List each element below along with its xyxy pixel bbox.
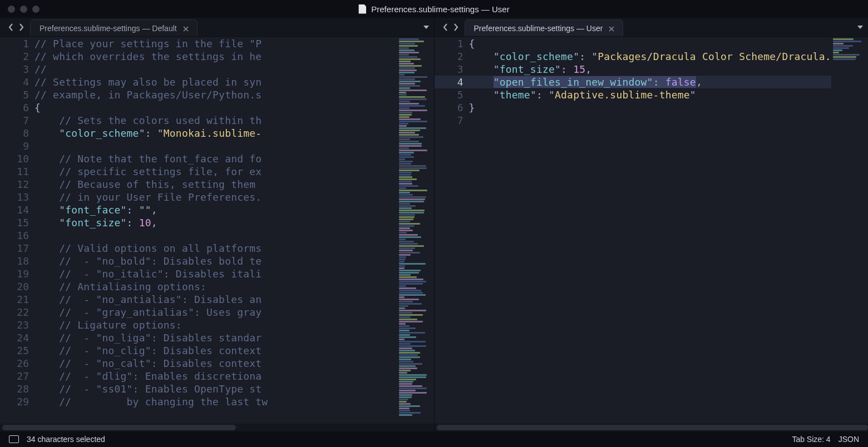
tab-label: Preferences.sublime-settings — User xyxy=(474,24,603,33)
statusbar: 34 characters selected Tab Size: 4 JSON xyxy=(0,431,868,447)
nav-right-icon[interactable] xyxy=(17,23,26,32)
nav-left-icon[interactable] xyxy=(7,23,16,32)
window-title-text: Preferences.sublime-settings — User xyxy=(371,4,509,14)
line-gutter: 1234567 xyxy=(435,37,469,424)
tab-label: Preferences.sublime-settings — Default xyxy=(40,24,177,33)
tab-user-settings[interactable]: Preferences.sublime-settings — User xyxy=(465,19,624,36)
pane-left: Preferences.sublime-settings — Default 1… xyxy=(0,18,435,431)
traffic-lights xyxy=(0,6,40,13)
close-icon[interactable] xyxy=(183,25,189,32)
tab-nav-arrows xyxy=(437,18,465,36)
scrollbar-thumb[interactable] xyxy=(2,425,236,430)
nav-right-icon[interactable] xyxy=(451,23,460,32)
scrollbar-thumb[interactable] xyxy=(437,425,869,430)
status-syntax[interactable]: JSON xyxy=(839,435,859,444)
minimize-window-button[interactable] xyxy=(20,6,27,13)
document-icon xyxy=(358,4,366,14)
split-workspace: Preferences.sublime-settings — Default 1… xyxy=(0,18,868,431)
tab-dropdown-button[interactable] xyxy=(852,18,868,36)
status-selection: 34 characters selected xyxy=(27,435,105,444)
close-icon[interactable] xyxy=(608,25,615,32)
panel-toggle-icon[interactable] xyxy=(9,435,19,443)
horizontal-scrollbar-left[interactable] xyxy=(0,424,434,431)
tab-dropdown-button[interactable] xyxy=(418,18,434,36)
tabbar-left: Preferences.sublime-settings — Default xyxy=(0,18,434,37)
pane-right: Preferences.sublime-settings — User 1234… xyxy=(435,18,869,431)
code-content[interactable]: // Place your settings in the file "P// … xyxy=(34,37,397,424)
nav-left-icon[interactable] xyxy=(441,23,450,32)
tabbar-right: Preferences.sublime-settings — User xyxy=(435,18,869,37)
line-gutter: 1234567891011121314151617181920212223242… xyxy=(0,37,34,424)
editor-left[interactable]: 1234567891011121314151617181920212223242… xyxy=(0,37,434,424)
vertical-scrollbar[interactable] xyxy=(428,37,434,424)
code-content[interactable]: { "color_scheme": "Packages/Dracula Colo… xyxy=(469,37,832,424)
close-window-button[interactable] xyxy=(8,6,15,13)
status-tab-size[interactable]: Tab Size: 4 xyxy=(792,435,830,444)
maximize-window-button[interactable] xyxy=(32,6,40,13)
window-title: Preferences.sublime-settings — User xyxy=(358,4,509,14)
horizontal-scrollbar-right[interactable] xyxy=(435,424,869,431)
minimap[interactable] xyxy=(831,37,862,424)
window-titlebar: Preferences.sublime-settings — User xyxy=(0,0,868,18)
tab-default-settings[interactable]: Preferences.sublime-settings — Default xyxy=(30,19,198,36)
editor-right[interactable]: 1234567 { "color_scheme": "Packages/Drac… xyxy=(435,37,869,424)
minimap[interactable] xyxy=(397,37,428,424)
tab-nav-arrows xyxy=(2,18,30,36)
vertical-scrollbar[interactable] xyxy=(862,37,868,424)
